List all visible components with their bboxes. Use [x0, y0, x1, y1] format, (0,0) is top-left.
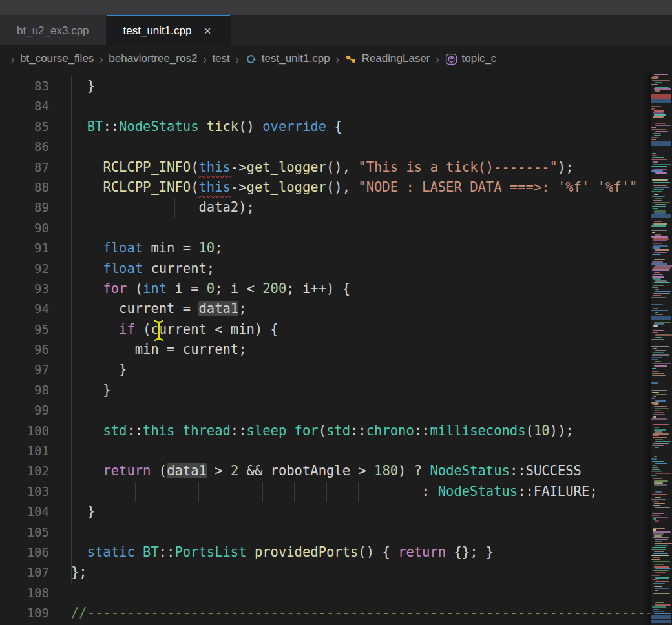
code-line[interactable]: 99 — [0, 400, 672, 420]
breadcrumb: › bt_course_files › behaviortree_ros2 › … — [0, 45, 672, 72]
code-line[interactable]: 104 } — [0, 502, 672, 522]
line-number[interactable]: 89 — [0, 198, 49, 218]
code-lines: 83 }8485 BT::NodeStatus tick() override … — [0, 72, 672, 624]
code-line[interactable]: 102 return (data1 > 2 && robotAngle > 18… — [0, 461, 672, 481]
line-number[interactable]: 108 — [0, 583, 49, 603]
code-text — [49, 400, 71, 420]
breadcrumb-item-test[interactable]: test — [212, 52, 229, 65]
code-text: std::this_thread::sleep_for(std::chrono:… — [49, 421, 574, 441]
code-text: float current; — [49, 259, 215, 279]
line-number[interactable]: 99 — [0, 400, 49, 420]
code-line[interactable]: 100 std::this_thread::sleep_for(std::chr… — [0, 421, 672, 441]
window-title-strip — [0, 0, 672, 15]
code-line[interactable]: 106 static BT::PortsList providedPorts()… — [0, 542, 672, 562]
line-number[interactable]: 103 — [0, 482, 49, 502]
code-line[interactable]: 107}; — [0, 562, 672, 582]
close-icon[interactable]: × — [202, 24, 213, 37]
line-number[interactable]: 101 — [0, 441, 49, 461]
line-number[interactable]: 92 — [0, 259, 49, 279]
code-line[interactable]: 87 RCLCPP_INFO(this->get_logger(), "This… — [0, 158, 672, 178]
code-line[interactable]: 90 — [0, 218, 672, 238]
line-number[interactable]: 102 — [0, 461, 49, 481]
code-line[interactable]: 101 — [0, 441, 672, 461]
line-number[interactable]: 95 — [0, 320, 49, 340]
code-text: }; — [49, 562, 87, 582]
code-text: for (int i = 0; i < 200; i++) { — [49, 279, 350, 299]
code-line[interactable]: 109//-----------------------------------… — [0, 603, 672, 623]
line-number[interactable]: 96 — [0, 340, 49, 360]
chevron-right-icon: › — [100, 52, 103, 65]
code-text — [49, 96, 71, 116]
code-line[interactable]: 105 — [0, 522, 672, 542]
cpp-file-icon — [245, 53, 257, 65]
breadcrumb-item-topic[interactable]: topic_c — [445, 52, 497, 65]
breadcrumb-item-test-unit1[interactable]: test_unit1.cpp — [245, 52, 330, 65]
line-number[interactable]: 109 — [0, 603, 49, 623]
line-number[interactable]: 84 — [0, 96, 49, 116]
line-number[interactable]: 88 — [0, 178, 49, 198]
minimap[interactable] — [651, 72, 672, 625]
code-text — [49, 137, 71, 157]
code-editor[interactable]: 83 }8485 BT::NodeStatus tick() override … — [0, 72, 672, 625]
code-text: } — [49, 502, 95, 522]
code-text: return (data1 > 2 && robotAngle > 180) ?… — [49, 461, 582, 481]
code-line[interactable]: 98 } — [0, 380, 672, 400]
code-line[interactable]: 91 float min = 10; — [0, 238, 672, 258]
code-text — [49, 583, 71, 603]
code-text: //--------------------------------------… — [49, 603, 672, 623]
line-number[interactable]: 85 — [0, 117, 49, 137]
breadcrumb-item-readinglaser[interactable]: ReadingLaser — [345, 52, 430, 65]
line-number[interactable]: 104 — [0, 502, 49, 522]
code-line[interactable]: 95 if (current < min) { — [0, 320, 672, 340]
code-text: data2); — [49, 198, 255, 218]
code-line[interactable]: 89 data2); — [0, 198, 672, 218]
line-number[interactable]: 105 — [0, 522, 49, 542]
line-number[interactable]: 94 — [0, 299, 49, 319]
code-text: RCLCPP_INFO(this->get_logger(), "This is… — [49, 158, 574, 178]
line-number[interactable]: 91 — [0, 238, 49, 258]
code-line[interactable]: 92 float current; — [0, 259, 672, 279]
code-line[interactable]: 97 } — [0, 360, 672, 380]
code-line[interactable]: 83 } — [0, 76, 672, 96]
code-text: min = current; — [49, 340, 247, 360]
chevron-right-icon: › — [236, 52, 239, 65]
code-text: RCLCPP_INFO(this->get_logger(), "NODE : … — [49, 178, 637, 198]
line-number[interactable]: 98 — [0, 380, 49, 400]
code-line[interactable]: 93 for (int i = 0; i < 200; i++) { — [0, 279, 672, 299]
code-text: if (current < min) { — [49, 320, 278, 340]
line-number[interactable]: 97 — [0, 360, 49, 380]
line-number[interactable]: 100 — [0, 421, 49, 441]
code-text: } — [49, 76, 95, 96]
symbol-class-icon — [345, 53, 357, 65]
breadcrumb-item-behaviortree-ros2[interactable]: behaviortree_ros2 — [109, 52, 197, 65]
code-line[interactable]: 85 BT::NodeStatus tick() override { — [0, 117, 672, 137]
code-line[interactable]: 84 — [0, 96, 672, 116]
code-text: } — [49, 380, 111, 400]
code-text: } — [49, 360, 127, 380]
tab-label: bt_u2_ex3.cpp — [17, 25, 89, 37]
code-line[interactable]: 96 min = current; — [0, 340, 672, 360]
breadcrumb-item-bt-course-files[interactable]: bt_course_files — [20, 52, 94, 65]
code-line[interactable]: 108 — [0, 583, 672, 603]
code-line[interactable]: 103 : NodeStatus::FAILURE; — [0, 482, 672, 502]
symbol-method-icon — [445, 53, 457, 65]
line-number[interactable]: 90 — [0, 218, 49, 238]
line-number[interactable]: 87 — [0, 158, 49, 178]
line-number[interactable]: 83 — [0, 76, 49, 96]
chevron-right-icon: › — [11, 52, 14, 65]
code-text: : NodeStatus::FAILURE; — [49, 482, 598, 502]
tab-bt-u2-ex3[interactable]: bt_u2_ex3.cpp — [0, 15, 107, 45]
code-line[interactable]: 88 RCLCPP_INFO(this->get_logger(), "NODE… — [0, 178, 672, 198]
code-line[interactable]: 86 — [0, 137, 672, 157]
code-text: float min = 10; — [49, 238, 223, 258]
code-text — [49, 522, 71, 542]
tab-test-unit1[interactable]: test_unit1.cpp × — [107, 15, 231, 45]
code-text — [49, 441, 71, 461]
line-number[interactable]: 93 — [0, 279, 49, 299]
line-number[interactable]: 86 — [0, 137, 49, 157]
code-text: static BT::PortsList providedPorts() { r… — [49, 542, 494, 562]
line-number[interactable]: 106 — [0, 542, 49, 562]
chevron-right-icon: › — [203, 52, 206, 65]
code-line[interactable]: 94 current = data1; — [0, 299, 672, 319]
line-number[interactable]: 107 — [0, 562, 49, 582]
